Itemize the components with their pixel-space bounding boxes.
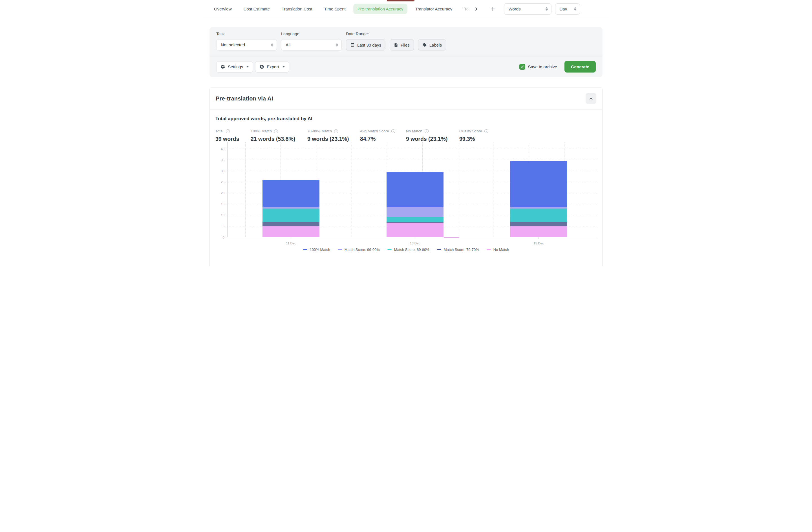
- bar-segment-match-score-89-80: [510, 209, 567, 222]
- info-icon[interactable]: i: [274, 129, 278, 133]
- select-updown-icon: [546, 7, 548, 11]
- plus-icon: [490, 6, 495, 12]
- caret-down-icon: [282, 66, 285, 68]
- pre-translation-panel: Pre-translation via AI Total approved wo…: [209, 87, 603, 266]
- stat-value: 9 words (23.1%): [307, 136, 360, 142]
- legend-label: Match Score: 89-80%: [394, 248, 430, 252]
- tab-translator-accuracy[interactable]: Translator Accuracy: [411, 4, 456, 14]
- legend-swatch: [338, 249, 342, 250]
- bar-segment-match-score-89-80: [387, 217, 444, 222]
- x-axis-tick: [291, 237, 291, 239]
- page: OverviewCost EstimateTranslation CostTim…: [203, 0, 609, 266]
- chevron-right-icon: [474, 7, 478, 11]
- tab-cost-estimate[interactable]: Cost Estimate: [240, 4, 274, 14]
- settings-label: Settings: [228, 64, 243, 69]
- tab-time-spent[interactable]: Time Spent: [320, 4, 350, 14]
- collapse-panel-button[interactable]: [585, 93, 596, 104]
- files-label: Files: [401, 43, 410, 47]
- legend-label: 100% Match: [310, 248, 330, 252]
- select-updown-icon: [271, 43, 273, 47]
- report-tabs-bar: OverviewCost EstimateTranslation CostTim…: [203, 0, 609, 18]
- bar-segment-match-score-89-80: [262, 209, 319, 222]
- gridline-v: [245, 142, 246, 237]
- select-updown-icon: [574, 7, 576, 11]
- legend-item-no-match[interactable]: No Match: [487, 248, 509, 252]
- gridline-v: [458, 142, 458, 237]
- legend-item-100-match[interactable]: 100% Match: [303, 248, 330, 252]
- file-icon: [394, 43, 398, 47]
- bar-segment-100-match: [262, 180, 319, 207]
- y-axis-label: 35: [221, 158, 224, 162]
- filters-row: Task Not selected Language All Date Rang…: [209, 27, 603, 56]
- y-axis-label: 25: [221, 181, 224, 184]
- y-axis-tick: [226, 226, 228, 226]
- tab-translation-cost[interactable]: Translation Cost: [277, 4, 317, 14]
- x-axis-label: 15 Dec: [534, 242, 543, 245]
- add-report-tab-button[interactable]: [488, 5, 497, 13]
- section-heading: Total approved words, pre-translated by …: [215, 116, 597, 122]
- stat-label: No Match: [406, 129, 422, 133]
- y-axis-tick: [226, 182, 228, 182]
- task-select-value: Not selected: [221, 42, 245, 47]
- date-range-value: Last 30 days: [357, 43, 381, 47]
- select-updown-icon: [336, 43, 338, 47]
- caret-down-icon: [246, 66, 249, 68]
- generate-button[interactable]: Generate: [564, 61, 596, 72]
- legend-item-match-score-79-70[interactable]: Match Score: 79-70%: [437, 248, 479, 252]
- bar-segment-match-score-79-70: [510, 222, 567, 226]
- tabs-list: OverviewCost EstimateTranslation CostTim…: [210, 4, 472, 14]
- save-to-archive-label[interactable]: Save to archive: [528, 64, 557, 69]
- period-select-value: Day: [560, 6, 567, 11]
- export-button[interactable]: Export: [255, 61, 289, 72]
- bar-11-dec[interactable]: [262, 149, 319, 237]
- info-icon[interactable]: i: [334, 129, 338, 133]
- y-axis-label: 20: [221, 192, 224, 195]
- unit-select[interactable]: Words: [504, 3, 551, 15]
- x-axis-tick: [538, 237, 539, 239]
- files-filter-button[interactable]: Files: [390, 39, 414, 51]
- recording-indicator-bar: [387, 0, 415, 1]
- bar-segment-100-match: [510, 161, 567, 207]
- stat-label: 100% Match: [251, 129, 272, 133]
- y-axis-tick: [226, 160, 228, 160]
- info-icon[interactable]: i: [425, 129, 429, 133]
- legend-label: Match Score: 99-90%: [345, 248, 380, 252]
- date-range-button[interactable]: Last 30 days: [346, 39, 386, 51]
- info-icon[interactable]: i: [484, 129, 488, 133]
- stat-no-match: No Matchi9 words (23.1%): [406, 129, 459, 142]
- task-select[interactable]: Not selected: [216, 39, 277, 51]
- bar-segment-match-score-99-90: [262, 207, 319, 209]
- stat-value: 39 words: [215, 136, 251, 142]
- y-axis-tick: [226, 215, 228, 215]
- info-icon[interactable]: i: [226, 129, 230, 133]
- stats-row: Totali39 words100% Matchi21 words (53.8%…: [215, 129, 597, 142]
- bar-segment-no-match: [510, 226, 567, 237]
- bar-segment-match-score-79-70: [262, 222, 319, 226]
- bar-15-dec[interactable]: [510, 149, 567, 237]
- legend-swatch: [437, 249, 441, 250]
- tabs-scroll-next-button[interactable]: [472, 5, 480, 13]
- save-to-archive-checkbox[interactable]: [519, 64, 525, 70]
- tab-overview[interactable]: Overview: [210, 4, 236, 14]
- legend-label: Match Score: 79-70%: [444, 248, 479, 252]
- tab-pre-translation-accuracy[interactable]: Pre-translation Accuracy: [353, 4, 408, 14]
- settings-button[interactable]: Settings: [216, 61, 253, 72]
- labels-filter-button[interactable]: Labels: [418, 39, 446, 51]
- task-label: Task: [216, 32, 277, 36]
- date-range-group: Date Range: Last 30 days Files: [346, 32, 446, 51]
- info-icon[interactable]: i: [391, 129, 395, 133]
- period-select[interactable]: Day: [555, 3, 580, 15]
- legend-item-match-score-99-90[interactable]: Match Score: 99-90%: [338, 248, 380, 252]
- legend-item-match-score-89-80[interactable]: Match Score: 89-80%: [387, 248, 430, 252]
- y-axis-label: 0: [223, 236, 224, 239]
- language-select[interactable]: All: [281, 39, 342, 51]
- y-axis-tick: [226, 193, 228, 193]
- bar-13-dec[interactable]: [387, 149, 444, 237]
- baseline-tiny-bar: [444, 237, 459, 238]
- gridline-v: [493, 142, 493, 237]
- chevron-up-icon: [589, 96, 594, 101]
- x-axis-label: 13 Dec: [410, 242, 420, 245]
- calendar-icon: [350, 43, 355, 47]
- tab-top[interactable]: Top: [460, 4, 472, 14]
- stat-label: Quality Score: [459, 129, 482, 133]
